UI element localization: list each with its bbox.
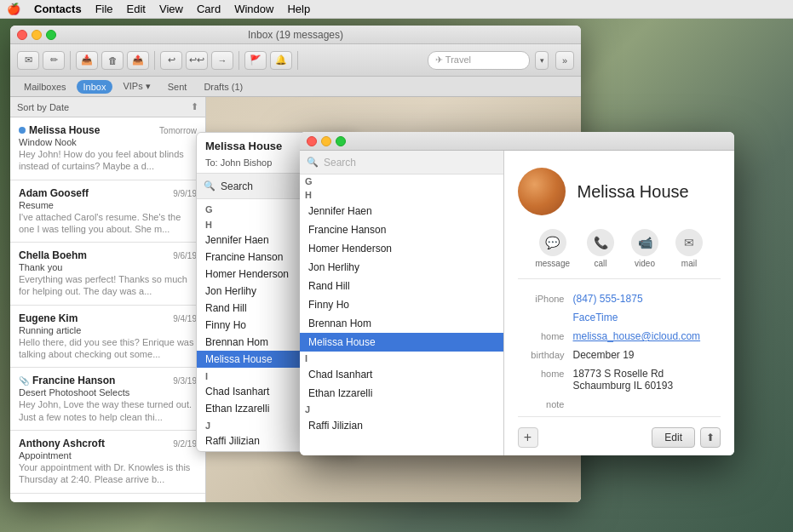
tab-drafts[interactable]: Drafts (1) [197, 80, 250, 94]
sender-name: Melissa House [19, 124, 100, 136]
share-contact-button[interactable]: ⬆ [700, 427, 721, 448]
archive-button[interactable]: 📥 [76, 51, 98, 70]
sender-name: Eliza Block [19, 501, 72, 502]
contact-actions: 💬 message 📞 call 📹 video ✉ mail [518, 229, 721, 279]
contacts-section-h: H [300, 188, 503, 202]
menu-help[interactable]: Help [287, 3, 310, 15]
mail-fullscreen-button[interactable] [46, 30, 56, 40]
tab-vips[interactable]: VIPs ▾ [116, 79, 157, 94]
tab-mailboxes[interactable]: Mailboxes [17, 80, 73, 94]
menu-edit[interactable]: Edit [127, 3, 146, 15]
menu-card[interactable]: Card [197, 3, 221, 15]
mail-item-francine-hanson[interactable]: 📎Francine Hanson 9/3/19 Desert Photoshoo… [10, 368, 205, 431]
message-icon: 💬 [539, 229, 566, 256]
mail-action[interactable]: ✉ mail [675, 229, 703, 268]
message-action[interactable]: 💬 message [535, 229, 570, 268]
toolbar-separator-4 [297, 51, 298, 70]
new-message-button[interactable]: ✏ [43, 51, 65, 70]
mail-item-eliza-block[interactable]: Eliza Block 8/28/19 [10, 494, 205, 502]
travel-dropdown[interactable]: ▾ [535, 51, 549, 70]
contacts-item-francine-hanson[interactable]: Francine Hanson [300, 220, 503, 239]
mail-titlebar: Inbox (19 messages) [10, 26, 581, 44]
mail-item-chella-boehm[interactable]: Chella Boehm 9/6/19 Thank you Everything… [10, 243, 205, 306]
menu-view[interactable]: View [159, 3, 183, 15]
tab-sent[interactable]: Sent [161, 80, 194, 94]
contacts-item-chad-isanhart[interactable]: Chad Isanhart [300, 365, 503, 384]
mail-subject: Appointment [19, 450, 197, 460]
menu-contacts[interactable]: Contacts [34, 3, 82, 15]
facetime-row: FaceTime [518, 312, 721, 323]
call-action[interactable]: 📞 call [587, 229, 614, 268]
reply-button[interactable]: ↩ [160, 51, 182, 70]
contacts-titlebar [300, 132, 734, 151]
mail-minimize-button[interactable] [32, 30, 42, 40]
delete-button[interactable]: 🗑 [101, 51, 124, 70]
tab-inbox[interactable]: Inbox [77, 80, 113, 94]
mail-item-adam-gooseff[interactable]: Adam Gooseff 9/9/19 Resume I've attached… [10, 180, 205, 243]
contacts-section-g: G [300, 174, 503, 188]
address-line1: 18773 S Roselle Rd [573, 368, 664, 380]
call-label: call [595, 259, 607, 268]
sort-label[interactable]: Sort by Date [17, 102, 69, 112]
sort-icon: ⬆ [191, 101, 198, 112]
toolbar-separator-1 [70, 51, 71, 70]
contacts-close-button[interactable] [307, 136, 317, 146]
mail-preview: Everything was perfect! Thanks so much f… [19, 273, 197, 298]
video-action[interactable]: 📹 video [631, 229, 658, 268]
contact-avatar [518, 168, 566, 215]
menu-window[interactable]: Window [234, 3, 273, 15]
flag-button[interactable]: 🚩 [244, 51, 267, 70]
mail-item-melissa-house[interactable]: Melissa House Tomorrow Window Nook Hey J… [10, 117, 205, 180]
mail-date: 9/3/19 [173, 376, 197, 386]
birthday-label: birthday [518, 349, 573, 360]
mail-date: 9/9/19 [173, 189, 197, 198]
toolbar-separator-2 [154, 51, 155, 70]
mail-toolbar: ✉ ✏ 📥 🗑 📤 ↩ ↩↩ → 🚩 🔔 ✈ Travel ▾ » [10, 44, 581, 77]
contacts-list-panel: 🔍 Search G H Jennifer Haen Francine Hans… [300, 151, 504, 455]
apple-menu[interactable]: 🍎 [7, 3, 20, 15]
contacts-search-input[interactable]: Search [324, 157, 356, 169]
mail-icon: ✉ [675, 229, 703, 256]
mail-list: Sort by Date ⬆ Melissa House Tomorrow Wi… [10, 97, 206, 502]
mail-close-button[interactable] [17, 30, 27, 40]
move-button[interactable]: 📤 [127, 51, 149, 70]
contacts-item-brennan-hom[interactable]: Brennan Hom [300, 314, 503, 333]
sort-bar: Sort by Date ⬆ [10, 97, 205, 117]
sender-name: Chella Boehm [19, 249, 87, 261]
edit-contact-button[interactable]: Edit [652, 427, 695, 448]
contacts-item-rand-hill[interactable]: Rand Hill [300, 277, 503, 295]
note-row: note [518, 398, 721, 409]
contacts-item-jennifer-haen[interactable]: Jennifer Haen [300, 202, 503, 220]
toolbar-overflow-button[interactable]: » [555, 51, 574, 70]
compose-email-button[interactable]: ✉ [17, 51, 39, 70]
mail-subject: Resume [19, 200, 197, 210]
forward-button[interactable]: → [211, 51, 233, 70]
mail-item-anthony-ashcroft[interactable]: Anthony Ashcroft 9/2/19 Appointment Your… [10, 431, 205, 494]
mail-label: mail [681, 259, 697, 268]
facetime-value[interactable]: FaceTime [573, 312, 721, 323]
contacts-item-jon-herlihy[interactable]: Jon Herlihy [300, 258, 503, 277]
contacts-item-finny-ho[interactable]: Finny Ho [300, 295, 503, 314]
contacts-item-ethan-izzarelli[interactable]: Ethan Izzarelli [300, 384, 503, 403]
add-contact-button[interactable]: + [518, 427, 538, 448]
address-line2: Schaumburg IL 60193 [573, 380, 674, 392]
mail-search[interactable]: ✈ Travel [428, 51, 530, 70]
sender-name: Anthony Ashcroft [19, 438, 105, 449]
mail-item-eugene-kim[interactable]: Eugene Kim 9/4/19 Running article Hello … [10, 306, 205, 369]
phone-value[interactable]: (847) 555-1875 [573, 293, 721, 305]
contacts-item-homer-henderson[interactable]: Homer Henderson [300, 239, 503, 258]
unread-dot [19, 127, 26, 134]
contacts-fullscreen-button[interactable] [336, 136, 346, 146]
notify-button[interactable]: 🔔 [270, 51, 292, 70]
contacts-section-j: J [300, 403, 503, 416]
contacts-item-melissa-house[interactable]: Melissa House [300, 333, 503, 352]
video-label: video [635, 259, 655, 268]
contacts-item-raffi-jilizian[interactable]: Raffi Jilizian [300, 416, 503, 435]
message-label: message [535, 259, 570, 268]
contacts-minimize-button[interactable] [321, 136, 331, 146]
menu-file[interactable]: File [95, 3, 113, 15]
reply-all-button[interactable]: ↩↩ [186, 51, 208, 70]
mail-preview: Hey John, Love the way these turned out.… [19, 398, 197, 423]
phone-row: iPhone (847) 555-1875 [518, 293, 721, 305]
email-value[interactable]: melissa_house@icloud.com [573, 330, 721, 342]
